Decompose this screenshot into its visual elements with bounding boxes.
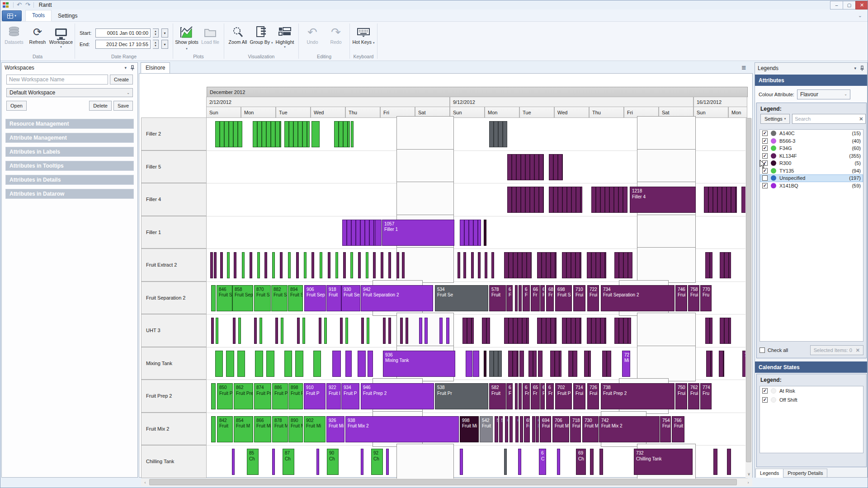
new-workspace-input[interactable] bbox=[6, 75, 108, 84]
gantt-bar[interactable] bbox=[519, 383, 522, 409]
gantt-bar[interactable]: 6F bbox=[506, 285, 513, 311]
gantt-bar[interactable]: 6Fr bbox=[523, 383, 530, 409]
gantt-bar[interactable] bbox=[281, 318, 283, 344]
gantt-bar[interactable]: 706Fruit M bbox=[552, 416, 569, 442]
workspace-section-resource-management[interactable]: Resource Management bbox=[5, 119, 134, 129]
legend-item-checkbox[interactable] bbox=[762, 175, 768, 181]
gantt-bar[interactable] bbox=[316, 449, 319, 475]
gantt-bar[interactable]: 882Fruit S bbox=[271, 285, 288, 311]
gantt-bar[interactable] bbox=[599, 449, 603, 475]
gantt-bar[interactable] bbox=[706, 351, 712, 377]
gantt-bar[interactable]: 710Frui bbox=[573, 285, 585, 311]
gantt-bar[interactable] bbox=[537, 252, 557, 278]
gantt-bar[interactable]: 870Fruit S bbox=[254, 285, 271, 311]
gantt-bar[interactable] bbox=[304, 252, 307, 278]
gantt-bar[interactable] bbox=[332, 351, 341, 377]
gantt-bar[interactable] bbox=[473, 351, 479, 377]
gantt-bar[interactable] bbox=[254, 318, 257, 344]
gantt-bar[interactable]: 542Fruit bbox=[480, 416, 493, 442]
gantt-bar[interactable] bbox=[361, 318, 364, 344]
gantt-bar[interactable]: 578Fruit bbox=[489, 285, 506, 311]
gantt-bar[interactable] bbox=[562, 318, 581, 344]
save-workspace-button[interactable]: Save bbox=[113, 101, 133, 111]
gantt-bar[interactable] bbox=[288, 252, 291, 278]
zoom-all-button[interactable]: Zoom All bbox=[226, 23, 250, 53]
gantt-bar[interactable] bbox=[549, 187, 582, 213]
gantt-bar[interactable]: 906Fruit Sep bbox=[304, 285, 326, 311]
gantt-bar[interactable] bbox=[335, 252, 338, 278]
gantt-bar[interactable] bbox=[259, 318, 262, 344]
gantt-bar[interactable]: 894Fruit S bbox=[288, 285, 303, 311]
gantt-bar[interactable]: 718Frui bbox=[570, 416, 581, 442]
workspace-select[interactable]: Default Workspace ⌄ bbox=[6, 88, 133, 97]
gantt-bar[interactable] bbox=[482, 318, 490, 344]
start-spinner[interactable]: ▲▼ bbox=[153, 28, 159, 38]
gantt-bar[interactable] bbox=[215, 121, 242, 147]
vertical-scroll-thumb[interactable] bbox=[746, 118, 751, 462]
calendar-state-checkbox[interactable]: ✓ bbox=[762, 397, 768, 403]
legend-item-a140c[interactable]: ✓A140C(15) bbox=[760, 130, 863, 137]
gantt-bar[interactable] bbox=[272, 252, 275, 278]
gantt-bar[interactable]: 770Fru bbox=[700, 285, 712, 311]
legend-item-checkbox[interactable]: ✓ bbox=[762, 138, 768, 144]
gantt-bar[interactable]: 722Frui bbox=[587, 285, 599, 311]
gantt-bar[interactable] bbox=[587, 252, 606, 278]
gantt-bar[interactable] bbox=[381, 252, 383, 278]
gantt-bar[interactable]: 534Fruit Se bbox=[435, 285, 488, 311]
gantt-bar[interactable] bbox=[211, 383, 216, 409]
gantt-bar[interactable]: 874Fruit Pre bbox=[254, 383, 271, 409]
gantt-bar[interactable] bbox=[216, 318, 218, 344]
check-all-checkbox[interactable] bbox=[760, 347, 765, 353]
gantt-bar[interactable] bbox=[368, 351, 373, 377]
gantt-bar[interactable] bbox=[704, 187, 737, 213]
tab-legends[interactable]: Legends bbox=[755, 469, 783, 478]
gantt-bar[interactable] bbox=[351, 121, 354, 147]
gantt-bar[interactable] bbox=[284, 121, 310, 147]
legend-item-r300[interactable]: ✓R300(5) bbox=[760, 160, 863, 167]
gantt-bar[interactable] bbox=[471, 252, 474, 278]
gantt-bar[interactable] bbox=[509, 416, 513, 442]
gantt-bar[interactable] bbox=[400, 318, 403, 344]
gantt-bar[interactable]: 842Fruit bbox=[217, 416, 233, 442]
workspace-section-attributes-in-tooltips[interactable]: Attributes in Tooltips bbox=[5, 161, 134, 171]
gantt-bar[interactable] bbox=[705, 318, 712, 344]
create-workspace-button[interactable]: Create bbox=[110, 75, 133, 84]
gantt-bar[interactable]: 930Fruit Sep bbox=[341, 285, 360, 311]
legend-search-input[interactable] bbox=[795, 116, 859, 122]
gantt-bar[interactable] bbox=[255, 351, 263, 377]
pin-icon[interactable] bbox=[130, 65, 135, 71]
gantt-bar[interactable] bbox=[484, 351, 486, 377]
maximize-button[interactable]: ▢ bbox=[843, 1, 856, 9]
gantt-bar[interactable]: 702Fruit P bbox=[555, 383, 572, 409]
chart-menu-icon[interactable]: ≣ bbox=[741, 64, 746, 71]
legend-item-checkbox[interactable]: ✓ bbox=[762, 153, 768, 159]
gantt-bar[interactable]: 738Fruit Prep 2 bbox=[601, 383, 675, 409]
workspace-button[interactable]: Workspace▾ bbox=[49, 23, 73, 53]
quick-redo-icon[interactable]: ↷ bbox=[25, 1, 30, 9]
gantt-bar[interactable]: 766Fruit bbox=[672, 416, 684, 442]
gantt-bar[interactable] bbox=[519, 351, 524, 377]
gantt-bar[interactable] bbox=[507, 187, 544, 213]
gantt-bar[interactable] bbox=[214, 252, 217, 278]
gantt-bar[interactable] bbox=[419, 318, 422, 344]
pin-icon[interactable] bbox=[860, 66, 864, 71]
gantt-bar[interactable] bbox=[507, 154, 544, 180]
gantt-bar[interactable] bbox=[361, 449, 363, 475]
close-button[interactable]: ✕ bbox=[855, 1, 868, 9]
gantt-bar[interactable] bbox=[491, 252, 494, 278]
gantt-bar[interactable] bbox=[220, 252, 223, 278]
legend-item-f34g[interactable]: ✓F34G(60) bbox=[760, 145, 863, 152]
end-dropdown[interactable]: ▼ bbox=[161, 40, 168, 49]
gantt-bar[interactable]: 6F bbox=[536, 416, 539, 442]
gantt-bar[interactable]: 762Frui bbox=[688, 383, 699, 409]
gantt-bar[interactable]: 714Frui bbox=[573, 383, 585, 409]
gantt-bar[interactable] bbox=[519, 285, 522, 311]
tab-tools[interactable]: Tools bbox=[25, 10, 52, 21]
gantt-bar[interactable] bbox=[508, 351, 519, 377]
gantt-bar[interactable] bbox=[227, 252, 230, 278]
gantt-bar[interactable]: 72Mi bbox=[622, 351, 630, 377]
gantt-bar[interactable]: 730Fruit M bbox=[582, 416, 599, 442]
minimize-button[interactable]: – bbox=[830, 1, 843, 9]
gantt-bar[interactable] bbox=[590, 449, 594, 475]
gantt-bar[interactable] bbox=[358, 351, 366, 377]
